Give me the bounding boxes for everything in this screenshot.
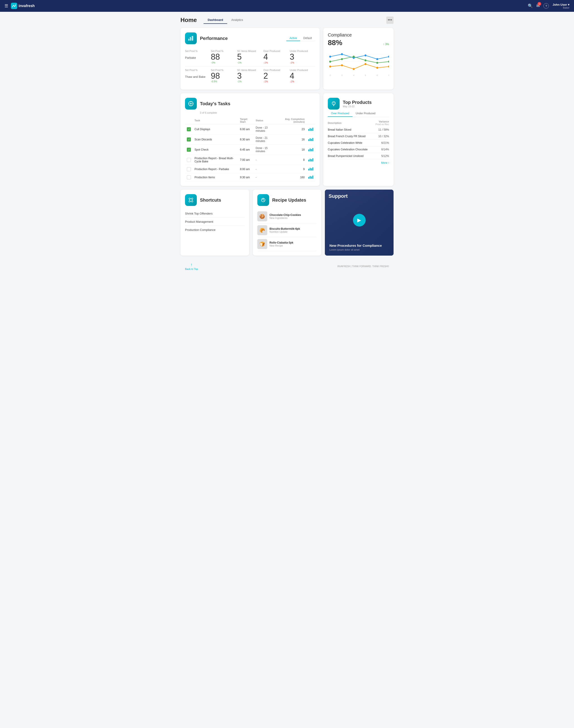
uncheck-icon (187, 175, 191, 179)
prod-name: Cupcakes Celebration Chocolate (328, 146, 373, 153)
logo-icon (11, 3, 17, 9)
recipe-image: 🥐 (257, 225, 267, 235)
top-products-title-group: Top Products May 15-22 (343, 100, 372, 108)
task-avg: 9 (276, 165, 306, 173)
tab-analytics[interactable]: Analytics (227, 16, 247, 24)
prod-tab-under[interactable]: Under Produced (353, 110, 379, 117)
top-products-header: Top Products May 15-22 (328, 98, 389, 110)
help-icon[interactable]: ? (543, 3, 549, 9)
svg-rect-52 (308, 169, 309, 170)
svg-rect-54 (311, 168, 312, 170)
svg-rect-45 (310, 149, 311, 151)
svg-point-22 (376, 67, 378, 69)
top-products-title: Top Products (343, 100, 372, 105)
header-right: 🔍 ✉ 2 ? John User ▾ Baker (528, 3, 570, 9)
list-item[interactable]: Product Management (185, 218, 245, 226)
perf-set-prod-thaw: Set Prod % 98 ↑0.5% (211, 69, 236, 83)
toggle-active[interactable]: Active (286, 36, 300, 41)
toggle-default[interactable]: Default (300, 36, 315, 41)
search-icon[interactable]: 🔍 (528, 3, 533, 8)
svg-point-12 (329, 61, 331, 63)
task-status: - (254, 173, 276, 182)
task-start: 9:30 am (238, 173, 254, 182)
hamburger-icon[interactable]: ☰ (4, 3, 8, 8)
recipe-name: Biscuits-Buttermilk-6pk (270, 227, 300, 230)
svg-rect-47 (313, 148, 313, 151)
recipe-updates-title: Recipe Updates (272, 197, 306, 203)
table-row: ✓ Cull Displays 6:00 am Done - 13 minute… (185, 124, 315, 135)
tasks-icon (185, 98, 197, 110)
notification-badge: 2 (537, 2, 541, 6)
support-content: New Procedures for Compliance Lorem ipsu… (329, 243, 389, 251)
support-bg: ▶ Support New Procedures for Compliance … (325, 190, 394, 256)
prod-name: Bread Italian Sliced (328, 126, 373, 133)
recipe-image: 🍪 (257, 212, 267, 221)
svg-rect-1 (190, 37, 191, 41)
tasks-col-check (185, 117, 193, 124)
task-avg: 18 (276, 145, 306, 155)
list-item: 🥐 Biscuits-Buttermilk-6pk Nutrition Upda… (257, 223, 317, 237)
svg-rect-56 (308, 177, 309, 179)
svg-point-13 (341, 58, 343, 60)
back-to-top-arrow: ↑ (191, 262, 193, 267)
prod-col-desc: Description (328, 119, 373, 126)
back-to-top-label: Back to Top (185, 268, 198, 270)
svg-rect-44 (308, 149, 309, 151)
prod-table-row: Cupcakes Celebration White 6/21% (328, 140, 389, 146)
tab-dashboard[interactable]: Dashboard (204, 16, 227, 24)
svg-point-14 (353, 55, 355, 58)
play-button[interactable]: ▶ (353, 214, 366, 226)
user-name: John User ▾ (552, 3, 570, 6)
svg-rect-38 (311, 128, 312, 131)
prod-tab-over[interactable]: Over Produced (328, 110, 353, 117)
perf-label-thaw: Set Prod % Thaw and Bake (185, 69, 210, 78)
svg-rect-50 (311, 159, 312, 161)
recipe-info: Biscuits-Buttermilk-6pk Nutrition Update (270, 227, 300, 233)
user-role: Baker (552, 6, 570, 9)
page-container: Home Dashboard Analytics ••• Performance (176, 12, 398, 277)
svg-point-23 (388, 66, 389, 68)
svg-rect-51 (313, 158, 313, 161)
compliance-change: ↑ 3% (383, 43, 389, 46)
task-start: 8:00 am (238, 165, 254, 173)
svg-rect-55 (313, 167, 313, 170)
svg-text:3: 3 (341, 74, 342, 76)
table-row: ✓ Spot Check 6:45 am Done - 15 minutes 1… (185, 145, 315, 155)
prod-table-row: Bread Italian Sliced 11 / 58% (328, 126, 389, 133)
svg-point-16 (376, 62, 378, 64)
svg-rect-57 (310, 176, 311, 179)
svg-text:2: 2 (330, 74, 331, 76)
more-button[interactable]: ••• (386, 16, 394, 24)
tasks-col-chart (306, 117, 315, 124)
list-item[interactable]: Production Compliance (185, 226, 245, 234)
task-avg: 16 (276, 135, 306, 145)
notifications-icon[interactable]: ✉ 2 (536, 3, 540, 8)
tasks-card: Today's Tasks 3 of 6 complete Task Targe… (180, 93, 320, 186)
more-link[interactable]: More › (328, 161, 389, 164)
svg-rect-41 (310, 138, 311, 141)
performance-header: Performance Active Default (185, 32, 315, 44)
svg-point-17 (388, 61, 389, 63)
svg-rect-39 (313, 128, 313, 131)
table-row: Production Report - Parbake 8:00 am - 9 (185, 165, 315, 173)
performance-card: Performance Active Default Set Prod % Pa… (180, 28, 320, 89)
svg-point-9 (365, 54, 366, 56)
task-name: Spot Check (193, 145, 238, 155)
performance-icon (185, 32, 197, 44)
top-products-card: Top Products May 15-22 Over Produced Und… (323, 93, 394, 186)
svg-rect-58 (311, 177, 312, 179)
list-item[interactable]: Shrink Top Offenders (185, 209, 245, 218)
prod-table-row: Cupcakes Celebration Chocolate 6/14% (328, 146, 389, 153)
prod-variance: 11 / 58% (373, 126, 389, 133)
back-to-top[interactable]: ↑ Back to Top (185, 262, 198, 270)
user-info[interactable]: John User ▾ Baker (552, 3, 570, 9)
tasks-title: Today's Tasks (200, 101, 230, 106)
task-name: Production Report - Bread Multi-Cycle Ba… (193, 155, 238, 165)
second-grid: Today's Tasks 3 of 6 complete Task Targe… (180, 93, 394, 186)
prod-name: Cupcakes Celebration White (328, 140, 373, 146)
recipe-info: Chocolate-Chip-Cookies New Ingredients (270, 214, 301, 219)
chevron-down-icon: ▾ (568, 3, 570, 6)
perf-over-thaw: Over Produced 2 ↓1% (263, 69, 289, 83)
prod-col-variance: Variance Prod vs Rec (373, 119, 389, 126)
svg-rect-59 (313, 176, 313, 179)
